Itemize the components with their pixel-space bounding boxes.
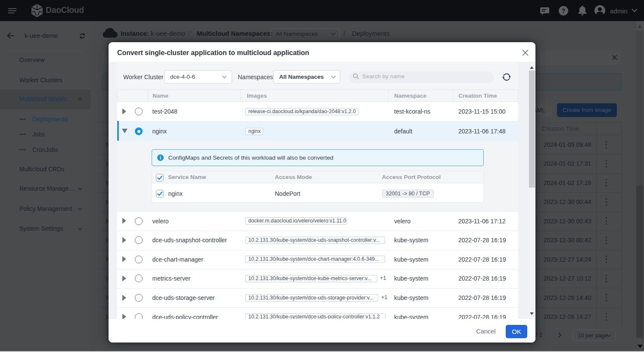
svg-text:?: ? bbox=[562, 7, 566, 14]
